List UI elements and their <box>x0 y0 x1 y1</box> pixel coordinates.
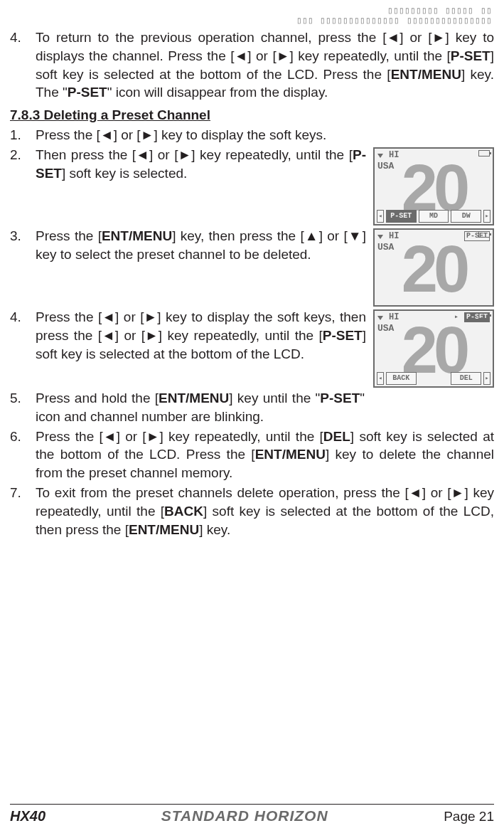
step: 3.Press the [ENT/MENU] key, then press t… <box>10 227 494 307</box>
step-number: 6. <box>10 428 36 446</box>
step-number: 4. <box>10 28 36 102</box>
right-arrow-icon: ▸ <box>483 372 490 385</box>
step-body: Press the [◄] or [►] key repeatedly, unt… <box>36 428 494 482</box>
softkey-bar: ◂BACKDEL▸ <box>377 372 490 385</box>
section-heading: 7.8.3 Deleting a Preset Channel <box>10 106 494 124</box>
softkey: P-SET <box>386 210 417 223</box>
channel-number: 20 <box>375 230 493 307</box>
step-number: 4. <box>10 308 36 327</box>
step-number: 1. <box>10 126 36 144</box>
step-number: 3. <box>10 227 36 245</box>
left-arrow-icon: ◂ <box>377 210 384 223</box>
right-arrow-icon: ▸ <box>483 210 490 223</box>
step-body: Press the [ENT/MENU] key, then press the… <box>36 227 366 264</box>
header-placeholder: ▯▯▯▯▯▯▯▯▯ ▯▯▯▯▯ ▯▯ ▯▯▯ ▯▯▯▯▯▯▯▯▯▯▯▯▯▯ ▯▯… <box>10 6 493 26</box>
footer-brand: STANDARD HORIZON <box>161 806 328 827</box>
softkey: DW <box>451 210 481 223</box>
step: 6.Press the [◄] or [►] key repeatedly, u… <box>10 428 494 482</box>
step-body: Then press the [◄] or [►] key repeatedly… <box>36 146 366 183</box>
step-body: Press the [◄] or [►] key to display the … <box>36 308 366 363</box>
page-footer: HX40 STANDARD HORIZON Page 21 <box>10 804 494 827</box>
step-body: Press the [◄] or [►] key to display the … <box>36 126 494 144</box>
step-number: 2. <box>10 146 36 164</box>
footer-model: HX40 <box>10 807 45 826</box>
step-number: 5. <box>10 389 36 408</box>
step-body: Press and hold the [ENT/MENU] key until … <box>36 389 494 426</box>
steps-list: 1.Press the [◄] or [►] key to display th… <box>10 126 494 539</box>
footer-page-number: Page 21 <box>444 807 494 826</box>
manual-page: ▯▯▯▯▯▯▯▯▯ ▯▯▯▯▯ ▯▯ ▯▯▯ ▯▯▯▯▯▯▯▯▯▯▯▯▯▯ ▯▯… <box>0 0 504 838</box>
lcd-screenshot: HIP-SETUSA20 <box>373 228 494 307</box>
step: 5.Press and hold the [ENT/MENU] key unti… <box>10 389 494 426</box>
step-body: To return to the previous operation chan… <box>36 28 494 102</box>
step-body: To exit from the preset channels delete … <box>36 484 494 539</box>
softkey: DEL <box>451 372 481 385</box>
step-number: 7. <box>10 484 36 502</box>
step: 1.Press the [◄] or [►] key to display th… <box>10 126 494 144</box>
step: 2.Then press the [◄] or [►] key repeated… <box>10 146 494 226</box>
left-arrow-icon: ◂ <box>377 372 384 385</box>
lcd-screenshot: HIUSA20◂P-SETMDDW▸ <box>373 147 494 226</box>
step: 7.To exit from the preset channels delet… <box>10 484 494 539</box>
lcd-screenshot: HI▸P-SETUSA20◂BACKDEL▸ <box>373 309 494 388</box>
prev-section-step: 4. To return to the previous operation c… <box>10 28 494 102</box>
step: 4.Press the [◄] or [►] key to display th… <box>10 308 494 388</box>
softkey: MD <box>419 210 449 223</box>
softkey: BACK <box>386 372 417 385</box>
softkey-bar: ◂P-SETMDDW▸ <box>377 210 490 223</box>
